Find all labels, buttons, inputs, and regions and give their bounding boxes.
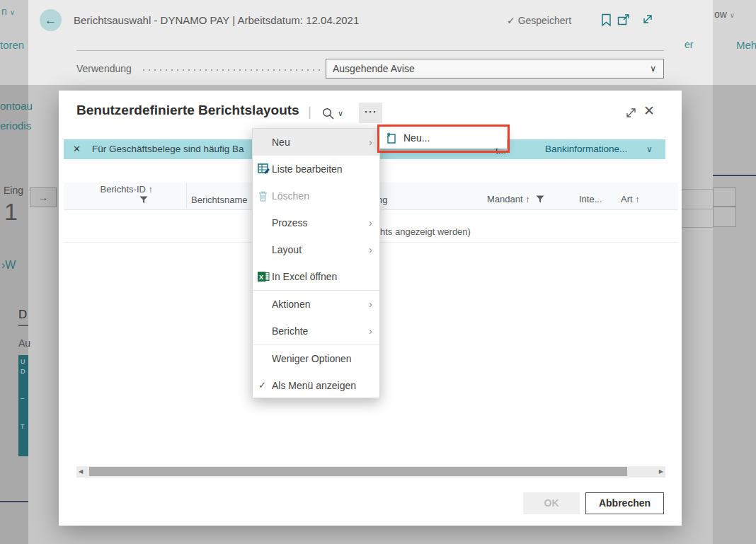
menu-item-show-as-menu[interactable]: ✓ Als Menü anzeigen — [253, 372, 379, 399]
chevron-right-icon: › — [369, 209, 372, 236]
notification-close-icon[interactable]: ✕ — [73, 139, 81, 159]
menu-item-new[interactable]: Neu › — [253, 129, 379, 156]
search-icon[interactable] — [322, 108, 334, 120]
search-chevron-icon[interactable]: ∨ — [338, 109, 343, 118]
usage-combobox-value: Ausgehende Avise — [333, 63, 415, 74]
left-fragment: toren — [0, 39, 24, 51]
actions-context-menu: Neu › Liste bearbeiten Löschen Prozess ›… — [252, 128, 380, 398]
divider: | — [308, 104, 311, 120]
filter-icon[interactable] — [536, 195, 544, 203]
more-options-button[interactable]: ⋯ — [359, 103, 382, 123]
check-icon: ✓ — [507, 15, 515, 26]
menu-item-edit-list[interactable]: Liste bearbeiten — [253, 156, 379, 183]
trash-icon — [258, 190, 268, 202]
chevron-down-icon: ∨ — [650, 59, 656, 78]
submenu-item-new[interactable]: Neu... — [403, 127, 430, 149]
filter-icon[interactable] — [139, 196, 148, 204]
notification-action-link[interactable]: Bankinformatione... — [545, 139, 627, 159]
menu-item-reports[interactable]: Berichte › — [253, 318, 379, 345]
scroll-right-icon[interactable]: ▶ — [659, 466, 663, 478]
excel-icon: X — [258, 271, 270, 282]
close-dialog-icon[interactable]: ✕ — [643, 103, 655, 119]
edit-list-icon — [258, 163, 270, 175]
expand-dialog-icon[interactable] — [625, 107, 637, 119]
screen: n ∨ toren ontoau eriodis Eing 1 ›W D Au … — [0, 0, 756, 544]
menu-item-fewer-options[interactable]: Weniger Optionen — [253, 345, 379, 372]
chevron-right-icon: › — [369, 291, 372, 318]
open-in-new-window-icon[interactable] — [617, 14, 631, 25]
dialog-title: Benutzerdefinierte Berichtslayouts — [76, 103, 299, 118]
chevron-right-icon: › — [369, 129, 372, 156]
column-header-report-name[interactable]: Berichtsname — [191, 195, 247, 205]
column-header-report-id[interactable]: Berichts-ID ↑ — [99, 184, 153, 195]
svg-text:X: X — [259, 274, 263, 281]
header-divider — [76, 50, 664, 51]
menu-item-layout[interactable]: Layout › — [253, 236, 379, 263]
page-fragment: er — [685, 39, 693, 50]
bookmark-icon[interactable] — [601, 13, 612, 27]
usage-field-label: Verwendung — [76, 63, 132, 74]
scroll-left-icon[interactable]: ◀ — [79, 466, 83, 478]
scrollbar-thumb[interactable] — [89, 467, 627, 476]
empty-list-message: hts angezeigt werden) — [380, 226, 471, 237]
dotted-leader — [143, 69, 320, 71]
usage-combobox[interactable]: Ausgehende Avise ∨ — [326, 59, 664, 79]
back-arrow-icon: ← — [45, 13, 57, 27]
column-header-type[interactable]: Art ↑ — [621, 194, 640, 204]
chevron-down-icon: ∨ — [730, 11, 735, 19]
menu-item-delete[interactable]: Löschen — [253, 183, 379, 209]
cancel-button[interactable]: Abbrechen — [585, 492, 664, 514]
menu-item-open-in-excel[interactable]: X In Excel öffnen — [253, 263, 379, 290]
column-header-integration[interactable]: Inte... — [579, 194, 602, 204]
notification-chevron-icon[interactable]: ∨ — [646, 139, 653, 159]
horizontal-scrollbar[interactable]: ◀ ▶ — [76, 466, 665, 478]
chevron-right-icon: › — [369, 318, 372, 345]
chevron-right-icon: › — [369, 236, 372, 263]
right-fragment-mehr: Meh — [736, 39, 756, 51]
column-header-company[interactable]: Mandant ↑ — [487, 194, 530, 204]
menu-item-process[interactable]: Prozess › — [253, 209, 379, 236]
expand-page-icon[interactable] — [641, 13, 654, 25]
new-submenu-flyout: Neu... — [379, 127, 507, 149]
menu-item-actions[interactable]: Aktionen › — [253, 291, 379, 318]
new-document-icon — [386, 132, 399, 145]
column-divider — [186, 183, 187, 209]
check-icon: ✓ — [258, 372, 266, 399]
left-fragment: n ∨ — [1, 6, 15, 17]
right-fragment: ow ∨ — [714, 8, 735, 20]
saved-status: ✓ Gespeichert — [507, 15, 571, 26]
ok-button[interactable]: OK — [523, 492, 580, 514]
notification-message: Für Geschäftsbelege sind häufig Ba — [92, 139, 244, 159]
back-button[interactable]: ← — [40, 9, 62, 31]
page-title: Berichtsauswahl - DYNAMO PAY | Arbeitsda… — [74, 14, 359, 26]
chevron-down-icon: ∨ — [10, 8, 15, 16]
